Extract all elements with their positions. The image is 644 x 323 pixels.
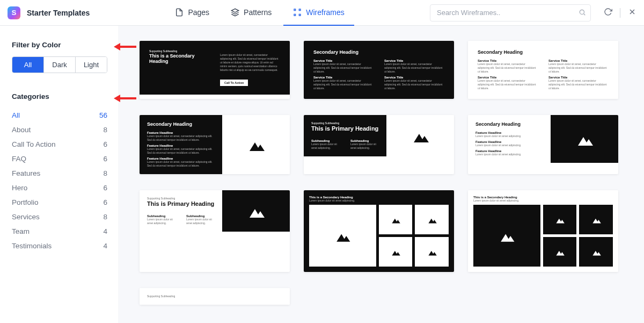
cat-features[interactable]: Features8: [12, 166, 107, 181]
image-placeholder: [473, 205, 540, 267]
filter-title: Filter by Color: [12, 41, 107, 49]
wireframe-card-8[interactable]: This is a Secondary Heading Lorem ipsum …: [304, 190, 454, 272]
image-placeholder: [415, 205, 449, 234]
wireframe-card-6[interactable]: Secondary Heading Feature Headline Lorem…: [468, 115, 618, 174]
wireframe-card-5[interactable]: Supporting Subheading This is Primary He…: [304, 115, 454, 174]
content-area: Supporting Subheading This is a Secondar…: [118, 26, 644, 323]
image-placeholder: [386, 115, 454, 156]
annotation-arrow-2: [114, 94, 137, 103]
mountain-icon: [390, 248, 401, 256]
image-placeholder: [415, 237, 449, 267]
cta-button: Call To Action: [220, 80, 248, 86]
mountain-icon: [497, 230, 516, 242]
wireframe-card-7[interactable]: Supporting Subheading This is Primary He…: [140, 190, 290, 272]
mountain-icon: [590, 248, 602, 256]
wireframe-card-4[interactable]: Secondary Heading Feature Headline Lorem…: [140, 115, 290, 174]
color-all[interactable]: All: [12, 57, 44, 73]
search-wrap: [430, 4, 591, 21]
mountain-icon: [590, 216, 602, 224]
wireframe-card-10[interactable]: Supporting Subheading: [140, 288, 290, 305]
image-placeholder: [222, 190, 290, 232]
image-placeholder: [579, 237, 613, 267]
image-placeholder: [579, 205, 613, 234]
cat-testimonials[interactable]: Testimonials4: [12, 239, 107, 253]
tab-patterns[interactable]: Patterns: [221, 0, 281, 26]
image-placeholder: [543, 205, 577, 234]
topbar-right: [604, 8, 636, 18]
search-input[interactable]: [430, 4, 591, 21]
svg-line-2: [584, 13, 586, 15]
cat-services[interactable]: Services8: [12, 210, 107, 224]
image-placeholder: [379, 237, 413, 267]
tab-pages[interactable]: Pages: [165, 0, 219, 26]
color-light[interactable]: Light: [76, 57, 107, 73]
cat-portfolio[interactable]: Portfolio6: [12, 195, 107, 210]
refresh-icon: [604, 8, 612, 16]
close-icon: [628, 8, 636, 16]
mountain-icon: [426, 248, 438, 256]
cat-cta[interactable]: Call To Action6: [12, 137, 107, 152]
mountain-icon: [409, 130, 431, 142]
cat-faq[interactable]: FAQ6: [12, 152, 107, 166]
main-layout: Filter by Color All Dark Light Categorie…: [0, 26, 644, 323]
mountain-icon: [245, 205, 267, 218]
close-button[interactable]: [628, 8, 636, 18]
image-placeholder: [222, 115, 290, 174]
mountain-icon: [245, 138, 267, 151]
wireframe-card-3[interactable]: Secondary Heading Service Title Lorem ip…: [468, 41, 618, 99]
mountain-icon: [554, 248, 566, 256]
cat-team[interactable]: Team4: [12, 224, 107, 239]
wireframe-card-1[interactable]: Supporting Subheading This is a Secondar…: [140, 41, 290, 99]
categories-title: Categories: [12, 92, 107, 101]
patterns-icon: [231, 8, 239, 17]
mountain-icon: [574, 133, 595, 146]
search-icon: [579, 9, 586, 18]
svg-point-1: [580, 10, 584, 14]
color-filter: All Dark Light: [12, 56, 107, 73]
app-logo: [8, 6, 20, 19]
main-tabs: Pages Patterns Wireframes: [165, 0, 354, 26]
cat-all[interactable]: All56: [12, 108, 107, 123]
topbar: Starter Templates Pages Patterns Wirefra…: [0, 0, 644, 26]
image-placeholder: [379, 205, 413, 234]
refresh-button[interactable]: [604, 8, 612, 18]
annotation-arrow-1: [114, 42, 137, 52]
app-title: Starter Templates: [27, 9, 90, 17]
wireframe-card-9[interactable]: This is a Secondary Heading Lorem ipsum …: [468, 190, 618, 272]
category-list: All56 About8 Call To Action6 FAQ6 Featur…: [12, 108, 107, 253]
mountain-icon: [333, 230, 352, 242]
tab-pages-label: Pages: [188, 8, 209, 17]
wireframes-icon: [293, 8, 302, 17]
divider: [620, 8, 620, 18]
tab-wireframes-label: Wireframes: [306, 8, 345, 17]
page-icon: [175, 8, 184, 17]
wireframe-card-2[interactable]: Secondary Heading Service Title Lorem ip…: [304, 41, 454, 99]
tab-wireframes[interactable]: Wireframes: [283, 0, 354, 26]
wireframe-grid: Supporting Subheading This is a Secondar…: [140, 41, 629, 305]
image-placeholder: [551, 115, 618, 163]
mountain-icon: [426, 216, 438, 224]
svg-marker-0: [231, 9, 238, 12]
mountain-icon: [390, 216, 401, 224]
image-placeholder: [309, 205, 376, 267]
tab-patterns-label: Patterns: [244, 8, 272, 17]
color-dark[interactable]: Dark: [44, 57, 76, 73]
cat-about[interactable]: About8: [12, 123, 107, 137]
cat-hero[interactable]: Hero6: [12, 181, 107, 195]
mountain-icon: [554, 216, 566, 224]
image-placeholder: [543, 237, 577, 267]
sidebar: Filter by Color All Dark Light Categorie…: [0, 26, 118, 323]
